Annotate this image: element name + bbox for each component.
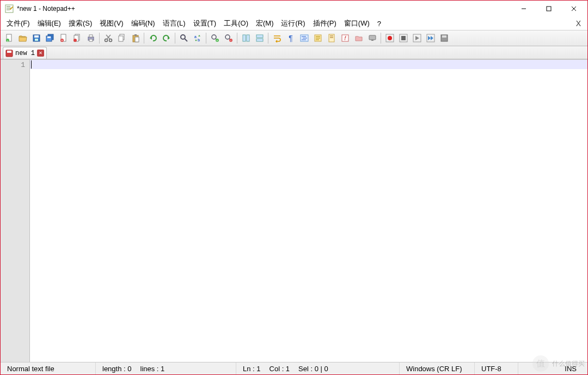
status-eol: Windows (CR LF) bbox=[400, 362, 475, 374]
new-file-icon[interactable]: + bbox=[3, 32, 15, 45]
status-encoding: UTF-8 bbox=[475, 362, 518, 374]
text-caret bbox=[31, 60, 32, 69]
svg-text:−: − bbox=[230, 39, 231, 42]
menu-edit[interactable]: 编辑(E) bbox=[34, 17, 65, 29]
stop-macro-icon[interactable] bbox=[397, 32, 409, 45]
svg-point-32 bbox=[181, 35, 185, 39]
text-editor[interactable] bbox=[30, 60, 587, 362]
svg-rect-0 bbox=[5, 5, 13, 13]
status-filetype: Normal text file bbox=[1, 362, 96, 374]
save-file-icon[interactable] bbox=[30, 32, 42, 45]
status-length-lines: length : 0 lines : 1 bbox=[96, 362, 236, 374]
svg-rect-13 bbox=[47, 36, 51, 38]
menu-search[interactable]: 搜索(S) bbox=[65, 17, 96, 29]
zoom-in-icon[interactable]: + bbox=[209, 32, 221, 45]
folder-workspace-icon[interactable] bbox=[352, 32, 365, 45]
svg-text:a: a bbox=[194, 35, 197, 39]
svg-rect-9 bbox=[34, 35, 39, 38]
menu-settings[interactable]: 设置(T) bbox=[189, 17, 220, 29]
toolbar-separator bbox=[144, 33, 144, 44]
menu-bar: 文件(F) 编辑(E) 搜索(S) 视图(V) 编码(N) 语言(L) 设置(T… bbox=[1, 17, 587, 30]
print-icon[interactable] bbox=[84, 32, 97, 45]
close-all-icon[interactable] bbox=[71, 32, 83, 45]
paste-icon[interactable] bbox=[129, 32, 142, 45]
cut-icon[interactable] bbox=[102, 32, 114, 45]
svg-rect-28 bbox=[119, 36, 123, 41]
svg-rect-2 bbox=[547, 7, 551, 11]
maximize-button[interactable] bbox=[536, 1, 561, 17]
toolbar: +×ab+−¶f bbox=[1, 30, 587, 46]
status-position: Ln : 1 Col : 1 Sel : 0 | 0 bbox=[236, 362, 400, 374]
svg-rect-59 bbox=[369, 35, 376, 40]
save-all-icon[interactable] bbox=[44, 32, 56, 45]
svg-rect-47 bbox=[256, 39, 263, 41]
svg-rect-21 bbox=[89, 35, 93, 37]
menubar-close-button[interactable]: X bbox=[572, 19, 585, 28]
play-macro-icon[interactable] bbox=[411, 32, 423, 45]
svg-rect-56 bbox=[330, 37, 333, 38]
sync-h-scroll-icon[interactable] bbox=[253, 32, 266, 45]
current-line-highlight bbox=[30, 60, 587, 69]
toolbar-separator bbox=[237, 33, 237, 44]
function-list-icon[interactable]: f bbox=[339, 32, 351, 45]
toolbar-separator bbox=[175, 33, 175, 44]
minimize-button[interactable] bbox=[511, 1, 536, 17]
close-file-icon[interactable]: × bbox=[57, 32, 70, 45]
menu-language[interactable]: 语言(L) bbox=[159, 17, 189, 29]
status-col: Col : 1 bbox=[270, 365, 290, 373]
svg-text:+: + bbox=[7, 39, 9, 42]
user-lang-icon[interactable] bbox=[311, 32, 324, 45]
line-number-gutter: 1 bbox=[1, 60, 30, 362]
replace-icon[interactable]: ab bbox=[191, 32, 204, 45]
menu-macro[interactable]: 宏(M) bbox=[252, 17, 278, 29]
toolbar-separator bbox=[381, 33, 381, 44]
title-bar: *new 1 - Notepad++ bbox=[1, 1, 587, 17]
zoom-out-icon[interactable]: − bbox=[222, 32, 235, 45]
svg-text:×: × bbox=[61, 39, 63, 42]
menu-help[interactable]: ? bbox=[373, 19, 385, 29]
svg-rect-60 bbox=[371, 40, 373, 41]
svg-line-26 bbox=[106, 35, 110, 39]
save-macro-icon[interactable] bbox=[438, 32, 450, 45]
copy-icon[interactable] bbox=[115, 32, 128, 45]
svg-rect-45 bbox=[247, 35, 249, 41]
tab-new1[interactable]: new 1 ✕ bbox=[3, 47, 47, 59]
status-mode: INS bbox=[518, 362, 587, 374]
find-icon[interactable] bbox=[177, 32, 190, 45]
menu-run[interactable]: 运行(R) bbox=[277, 17, 309, 29]
toolbar-separator bbox=[99, 33, 100, 44]
svg-rect-10 bbox=[35, 39, 38, 41]
open-file-icon[interactable] bbox=[16, 32, 29, 45]
svg-rect-70 bbox=[7, 51, 11, 53]
status-length: length : 0 bbox=[102, 365, 132, 373]
menu-plugins[interactable]: 插件(P) bbox=[309, 17, 340, 29]
svg-point-62 bbox=[388, 36, 392, 40]
tab-label: new 1 bbox=[15, 50, 35, 57]
show-all-chars-icon[interactable]: ¶ bbox=[284, 32, 297, 45]
menu-window[interactable]: 窗口(W) bbox=[340, 17, 373, 29]
svg-text:+: + bbox=[216, 39, 218, 42]
menu-encoding[interactable]: 编码(N) bbox=[127, 17, 159, 29]
menu-tools[interactable]: 工具(O) bbox=[220, 17, 252, 29]
doc-map-icon[interactable] bbox=[325, 32, 338, 45]
monitor-icon[interactable] bbox=[366, 32, 378, 45]
window-title: *new 1 - Notepad++ bbox=[17, 5, 511, 13]
record-macro-icon[interactable] bbox=[383, 32, 396, 45]
menu-file[interactable]: 文件(F) bbox=[3, 17, 34, 29]
sync-v-scroll-icon[interactable] bbox=[240, 32, 252, 45]
svg-rect-68 bbox=[442, 35, 446, 38]
svg-rect-64 bbox=[401, 36, 406, 40]
svg-line-25 bbox=[107, 35, 111, 39]
tab-bar: new 1 ✕ bbox=[1, 46, 587, 59]
close-button[interactable] bbox=[561, 1, 586, 17]
redo-icon[interactable] bbox=[160, 32, 173, 45]
word-wrap-icon[interactable] bbox=[271, 32, 283, 45]
svg-rect-30 bbox=[134, 34, 137, 36]
svg-line-33 bbox=[185, 39, 187, 41]
undo-icon[interactable] bbox=[146, 32, 159, 45]
menu-view[interactable]: 视图(V) bbox=[96, 17, 127, 29]
indent-guide-icon[interactable] bbox=[298, 32, 310, 45]
tab-close-button[interactable]: ✕ bbox=[37, 50, 44, 57]
editor-area: 1 bbox=[1, 59, 587, 362]
play-multi-icon[interactable] bbox=[424, 32, 437, 45]
